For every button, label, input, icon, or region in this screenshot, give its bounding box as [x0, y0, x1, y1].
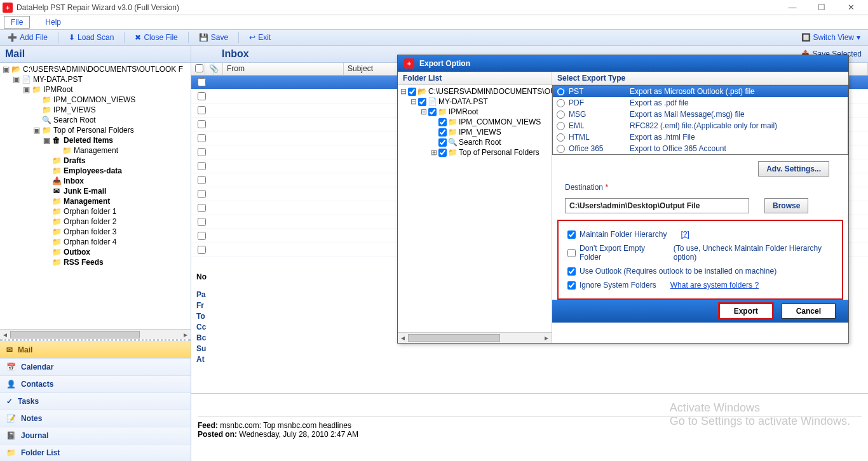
tree-item[interactable]: Employees-data — [3, 166, 188, 176]
tree-item[interactable]: ▣C:\USERS\ADMIN\DOCUMENTS\OUTLOOK F — [3, 64, 188, 74]
tree-checkbox[interactable] — [418, 98, 426, 106]
export-type-html[interactable]: HTMLExport as .html File — [553, 131, 848, 143]
export-button[interactable]: Export — [719, 304, 773, 319]
maximize-button[interactable]: ☐ — [807, 3, 836, 12]
nav-contacts[interactable]: Contacts — [0, 375, 191, 392]
tree-item[interactable]: Management — [3, 196, 188, 206]
dialog-tree-item[interactable]: ⊟MY-DATA.PST — [400, 97, 549, 107]
export-type-office-365[interactable]: Office 365Export to Office 365 Account — [553, 143, 848, 154]
adv-settings-button[interactable]: Adv. Settings... — [758, 161, 829, 177]
tree-item[interactable]: RSS Feeds — [3, 257, 188, 267]
tree-item[interactable]: Search Root — [3, 115, 188, 125]
attachment-col-icon[interactable]: 📎 — [205, 63, 214, 75]
system-folders-link[interactable]: What are system folders ? — [670, 281, 759, 290]
export-type-radio[interactable] — [557, 133, 565, 142]
dialog-folder-tree[interactable]: ⊟C:\USERS\ADMIN\DOCUMENTS\OUT⊟MY-DATA.PS… — [398, 85, 552, 333]
export-type-eml[interactable]: EMLRFC822 (.eml) file.(Applicable only f… — [553, 120, 848, 131]
row-checkbox[interactable] — [198, 92, 206, 100]
exit-button[interactable]: Exit — [245, 32, 275, 43]
tree-item[interactable]: IPM_COMMON_VIEWS — [3, 95, 188, 105]
select-all-checkbox[interactable] — [195, 64, 203, 72]
row-checkbox[interactable] — [198, 106, 206, 114]
export-type-pst[interactable]: PSTExport as Microsoft Outlook (.pst) fi… — [553, 86, 848, 97]
row-checkbox[interactable] — [198, 78, 206, 86]
tree-item[interactable]: Outbox — [3, 247, 188, 257]
row-checkbox[interactable] — [198, 176, 206, 184]
tree-item[interactable]: ▣Deleted Items — [3, 135, 188, 145]
tree-checkbox[interactable] — [438, 118, 447, 126]
tree-checkbox[interactable] — [428, 108, 437, 116]
nav-notes[interactable]: Notes — [0, 410, 191, 427]
row-checkbox[interactable] — [198, 218, 206, 226]
nav-journal[interactable]: Journal — [0, 427, 191, 444]
cancel-button[interactable]: Cancel — [782, 304, 836, 319]
dialog-tree-item[interactable]: Search Root — [400, 137, 549, 147]
row-checkbox[interactable] — [198, 204, 206, 212]
required-star: * — [605, 183, 608, 192]
tree-item[interactable]: Orphan folder 3 — [3, 227, 188, 237]
tree-item[interactable]: IPM_VIEWS — [3, 105, 188, 115]
export-type-pdf[interactable]: PDFExport as .pdf file — [553, 97, 848, 109]
add-file-button[interactable]: Add File — [4, 32, 51, 43]
nav-folder-list[interactable]: Folder List — [0, 444, 191, 461]
chevron-down-icon: ▾ — [857, 33, 860, 42]
dialog-horizontal-scrollbar[interactable]: ◂▸ — [398, 333, 552, 343]
destination-input[interactable] — [565, 198, 749, 213]
tree-item[interactable]: Junk E-mail — [3, 186, 188, 196]
tree-item[interactable]: Inbox — [3, 176, 188, 186]
tree-item[interactable]: Orphan folder 1 — [3, 206, 188, 217]
export-type-msg[interactable]: MSGExport as Mail Message(.msg) file — [553, 109, 848, 120]
minimize-button[interactable]: — — [778, 3, 807, 12]
maintain-hierarchy-checkbox[interactable] — [567, 230, 576, 239]
use-outlook-checkbox[interactable] — [567, 267, 576, 276]
help-link[interactable]: [?] — [681, 230, 689, 239]
row-checkbox[interactable] — [198, 190, 206, 198]
tree-item[interactable]: ▣MY-DATA.PST — [3, 74, 188, 84]
dialog-logo-icon: + — [404, 58, 414, 69]
folder-icon — [51, 207, 62, 216]
row-checkbox[interactable] — [198, 246, 206, 254]
row-checkbox[interactable] — [198, 148, 206, 156]
menu-file[interactable]: File — [4, 16, 30, 29]
tree-item[interactable]: Drafts — [3, 156, 188, 166]
tree-checkbox[interactable] — [438, 138, 447, 147]
row-checkbox[interactable] — [198, 232, 206, 240]
row-checkbox[interactable] — [198, 134, 206, 142]
dialog-tree-item[interactable]: ⊞Top of Personal Folders — [400, 147, 549, 157]
ignore-system-checkbox[interactable] — [567, 281, 576, 290]
export-type-radio[interactable] — [557, 99, 565, 107]
dialog-tree-item[interactable]: ⊟IPMRoot — [400, 107, 549, 117]
close-file-button[interactable]: Close File — [131, 32, 181, 43]
menu-help[interactable]: Help — [39, 17, 67, 28]
col-from[interactable]: From — [223, 63, 344, 75]
folder-tree[interactable]: ▣C:\USERS\ADMIN\DOCUMENTS\OUTLOOK F▣MY-D… — [0, 63, 191, 329]
switch-view-button[interactable]: Switch View ▾ — [797, 32, 864, 43]
dialog-tree-item[interactable]: IPM_VIEWS — [400, 127, 549, 137]
dont-export-empty-checkbox[interactable] — [567, 249, 576, 257]
tree-checkbox[interactable] — [438, 149, 447, 157]
nav-calendar[interactable]: Calendar — [0, 358, 191, 375]
tree-checkbox[interactable] — [438, 128, 447, 137]
close-button[interactable]: ✕ — [836, 3, 865, 12]
tree-checkbox[interactable] — [408, 88, 416, 96]
export-type-radio[interactable] — [557, 88, 565, 96]
tree-item[interactable]: Orphan folder 2 — [3, 217, 188, 227]
horizontal-scrollbar[interactable]: ◂▸ — [0, 329, 191, 339]
load-scan-button[interactable]: Load Scan — [65, 32, 118, 43]
row-checkbox[interactable] — [198, 162, 206, 170]
dialog-tree-item[interactable]: IPM_COMMON_VIEWS — [400, 117, 549, 127]
export-type-radio[interactable] — [557, 145, 565, 153]
browse-button[interactable]: Browse — [764, 198, 808, 213]
nav-tasks[interactable]: Tasks — [0, 392, 191, 410]
dialog-tree-item[interactable]: ⊟C:\USERS\ADMIN\DOCUMENTS\OUT — [400, 86, 549, 97]
tree-item[interactable]: ▣Top of Personal Folders — [3, 125, 188, 135]
row-checkbox[interactable] — [198, 120, 206, 128]
export-type-radio[interactable] — [557, 110, 565, 119]
export-type-radio[interactable] — [557, 122, 565, 130]
priority-col-icon[interactable] — [214, 63, 223, 75]
tree-item[interactable]: Orphan folder 4 — [3, 237, 188, 247]
save-button[interactable]: Save — [195, 32, 232, 43]
tree-item[interactable]: ▣IPMRoot — [3, 84, 188, 95]
tree-item[interactable]: Management — [3, 145, 188, 156]
nav-mail[interactable]: Mail — [0, 341, 191, 358]
